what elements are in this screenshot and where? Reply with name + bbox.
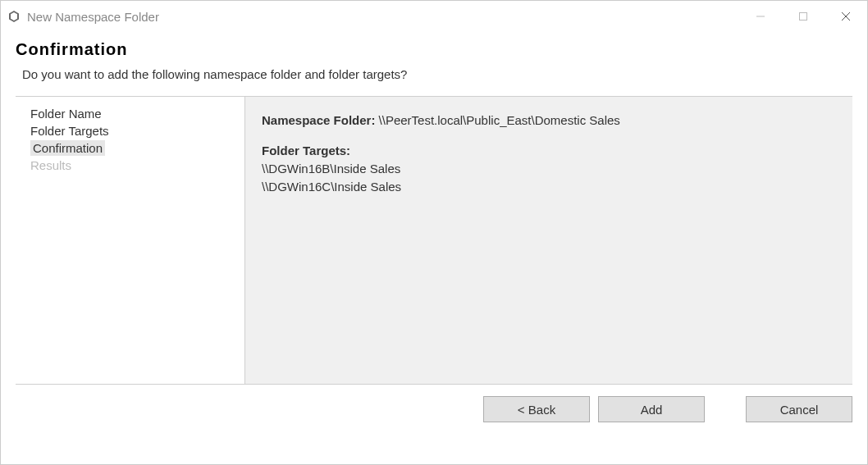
namespace-folder-label: Namespace Folder: bbox=[262, 113, 375, 127]
maximize-button[interactable] bbox=[782, 1, 825, 32]
sidebar-item-label: Confirmation bbox=[30, 140, 105, 156]
window-title: New Namespace Folder bbox=[27, 10, 739, 24]
page-heading: Confirmation bbox=[16, 40, 852, 59]
folder-target-line: \\DGWin16C\Inside Sales bbox=[262, 178, 836, 196]
folder-target-line: \\DGWin16B\Inside Sales bbox=[262, 160, 836, 178]
back-button[interactable]: < Back bbox=[483, 396, 590, 422]
minimize-button[interactable] bbox=[739, 1, 782, 32]
namespace-folder-value: \\PeerTest.local\Public_East\Domestic Sa… bbox=[379, 113, 620, 127]
sidebar-item-label: Folder Name bbox=[30, 107, 102, 121]
sidebar-item-label: Folder Targets bbox=[30, 124, 109, 138]
header-section: Confirmation Do you want to add the foll… bbox=[1, 32, 867, 96]
sidebar-item-folder-name[interactable]: Folder Name bbox=[16, 105, 244, 122]
sidebar-item-folder-targets[interactable]: Folder Targets bbox=[16, 122, 244, 139]
sidebar-item-label: Results bbox=[30, 158, 71, 172]
content-area: Folder Name Folder Targets Confirmation … bbox=[16, 96, 852, 385]
namespace-folder-row: Namespace Folder: \\PeerTest.local\Publi… bbox=[262, 112, 836, 130]
folder-targets-block: Folder Targets: \\DGWin16B\Inside Sales … bbox=[262, 142, 836, 196]
add-button[interactable]: Add bbox=[598, 396, 705, 422]
footer-buttons: < Back Add Cancel bbox=[1, 385, 867, 422]
app-icon bbox=[7, 10, 21, 23]
close-button[interactable] bbox=[825, 1, 867, 32]
svg-rect-3 bbox=[800, 13, 807, 21]
sidebar-item-confirmation[interactable]: Confirmation bbox=[16, 139, 244, 157]
sidebar-item-results: Results bbox=[16, 157, 244, 174]
main-panel: Namespace Folder: \\PeerTest.local\Publi… bbox=[245, 97, 852, 384]
titlebar: New Namespace Folder bbox=[1, 1, 867, 32]
wizard-sidebar: Folder Name Folder Targets Confirmation … bbox=[16, 97, 245, 384]
folder-targets-label: Folder Targets: bbox=[262, 142, 836, 161]
cancel-button[interactable]: Cancel bbox=[746, 396, 852, 422]
page-subtitle: Do you want to add the following namespa… bbox=[16, 67, 852, 81]
window-controls bbox=[739, 1, 867, 32]
